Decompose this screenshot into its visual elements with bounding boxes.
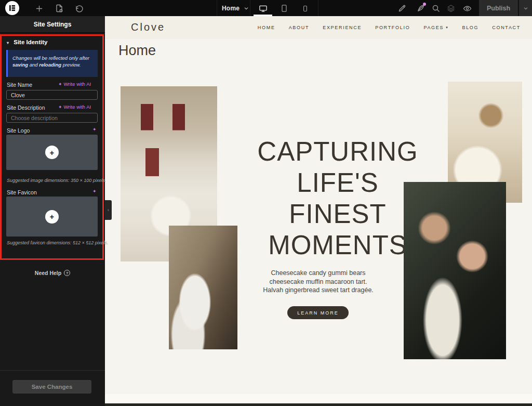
- need-help-link[interactable]: Need Help ?: [0, 270, 105, 276]
- topbar-divider: [217, 0, 217, 16]
- site-nav: HOME ABOUT EXPERIENCE PORTFOLIO PAGES▾ B…: [258, 25, 521, 30]
- publish-label: Publish: [487, 5, 510, 12]
- ai-spark-icon: ✦: [92, 127, 97, 132]
- ai-spark-icon: ✦: [58, 104, 62, 110]
- topbar-divider: [250, 0, 250, 16]
- plus-glyph: +: [50, 148, 55, 157]
- panel-title: Site Settings: [34, 21, 72, 28]
- site-logo-label: Site Logo: [7, 127, 30, 134]
- favicon-dimensions-hint: Suggested favicon dimensions: 512 × 512 …: [7, 240, 108, 245]
- next-section-edge: [105, 403, 532, 406]
- add-image-icon[interactable]: +: [45, 210, 59, 224]
- paragraph-line: Cheesecake candy gummi bears: [249, 269, 387, 278]
- site-name-input[interactable]: [6, 90, 98, 100]
- paragraph-line: cheesecake muffin macaroon tart.: [249, 278, 387, 286]
- notice-text: preview.: [61, 62, 81, 68]
- photo-couple-embrace: [404, 182, 506, 359]
- write-with-ai-label: Write with AI: [64, 81, 91, 87]
- site-description-input[interactable]: [6, 113, 98, 123]
- save-changes-button[interactable]: Save Changes: [12, 380, 91, 394]
- page-selector-label: Home: [222, 5, 240, 12]
- chevron-down-icon: [522, 5, 529, 12]
- notification-dot: [423, 3, 426, 6]
- nav-blog[interactable]: BLOG: [462, 25, 478, 30]
- hero-line: CAPTURING: [236, 136, 439, 167]
- ai-generate-favicon[interactable]: ✦: [92, 189, 97, 194]
- site-name-label: Site Name: [7, 82, 32, 88]
- photo-bride-chair: [169, 226, 237, 349]
- write-with-ai-label: Write with AI: [64, 104, 91, 110]
- notice-text: and: [28, 62, 39, 68]
- collapse-chevron-icon: ‹: [108, 207, 109, 213]
- nav-contact[interactable]: CONTACT: [492, 25, 521, 30]
- section-site-identity[interactable]: ▾ Site Identity: [7, 39, 47, 45]
- notice-bold: saving: [12, 62, 28, 68]
- elementor-logo[interactable]: [5, 1, 19, 15]
- panel-header: Site Settings: [0, 16, 105, 33]
- elementor-logo-icon: [9, 5, 16, 11]
- nav-pages[interactable]: PAGES▾: [423, 25, 448, 30]
- logo-dimensions-hint: Suggested image dimensions: 350 × 100 pi…: [7, 178, 106, 183]
- help-question-icon: ?: [64, 270, 70, 276]
- site-logo-upload[interactable]: +: [6, 135, 98, 170]
- page-settings-icon[interactable]: [55, 4, 64, 13]
- add-element-icon[interactable]: [34, 4, 44, 13]
- ai-generate-logo[interactable]: ✦: [92, 127, 97, 132]
- notice-text: Changes will be reflected only after: [12, 55, 89, 61]
- site-favicon-upload[interactable]: +: [6, 197, 98, 237]
- active-device-indicator: [254, 15, 272, 16]
- topbar-divider: [318, 0, 318, 16]
- ai-spark-icon: ✦: [58, 82, 62, 87]
- device-tablet-icon[interactable]: [280, 4, 289, 13]
- paragraph-line: Halvah gingerbread sweet tart dragée.: [249, 286, 387, 295]
- page-title: Home: [118, 43, 156, 59]
- site-logo-text[interactable]: Clove: [131, 21, 165, 33]
- plus-glyph: +: [50, 212, 55, 221]
- page-selector[interactable]: Home: [222, 0, 250, 16]
- reload-notice: Changes will be reflected only after sav…: [6, 50, 98, 77]
- learn-more-button[interactable]: LEARN MORE: [287, 306, 349, 319]
- nav-experience[interactable]: EXPERIENCE: [323, 25, 362, 30]
- hero-paragraph: Cheesecake candy gummi bears cheesecake …: [249, 269, 387, 295]
- preview-eye-icon[interactable]: [462, 4, 472, 13]
- ai-spark-icon: ✦: [92, 189, 97, 194]
- ai-quill-icon[interactable]: [416, 4, 425, 13]
- section-divider: [105, 394, 532, 403]
- panel-collapse-handle[interactable]: ‹: [105, 200, 112, 220]
- add-image-icon[interactable]: +: [45, 146, 59, 159]
- site-description-label: Site Description: [7, 104, 45, 111]
- caret-down-icon: ▾: [7, 41, 9, 45]
- device-mobile-icon[interactable]: [300, 4, 310, 13]
- structure-layers-icon[interactable]: [446, 4, 456, 13]
- editor-topbar: Home Publish: [0, 0, 532, 16]
- notice-bold: reloading: [39, 62, 61, 68]
- need-help-label: Need Help: [35, 270, 61, 276]
- site-favicon-label: Site Favicon: [7, 189, 37, 195]
- nav-home[interactable]: HOME: [258, 25, 275, 30]
- finder-search-icon[interactable]: [431, 4, 441, 13]
- nav-about[interactable]: ABOUT: [289, 25, 310, 30]
- chevron-down-icon: [243, 5, 250, 12]
- publish-button[interactable]: Publish: [479, 0, 518, 16]
- section-title: Site Identity: [14, 39, 47, 45]
- nav-portfolio[interactable]: PORTFOLIO: [375, 25, 410, 30]
- write-with-ai-site-name[interactable]: ✦ Write with AI: [58, 81, 91, 87]
- history-icon[interactable]: [75, 4, 84, 13]
- device-desktop-icon[interactable]: [258, 4, 268, 13]
- publish-options-button[interactable]: [518, 0, 532, 16]
- write-with-ai-site-description[interactable]: ✦ Write with AI: [58, 104, 91, 110]
- caret-down-icon: ▾: [446, 25, 448, 30]
- checklist-pencil-icon[interactable]: [397, 4, 407, 13]
